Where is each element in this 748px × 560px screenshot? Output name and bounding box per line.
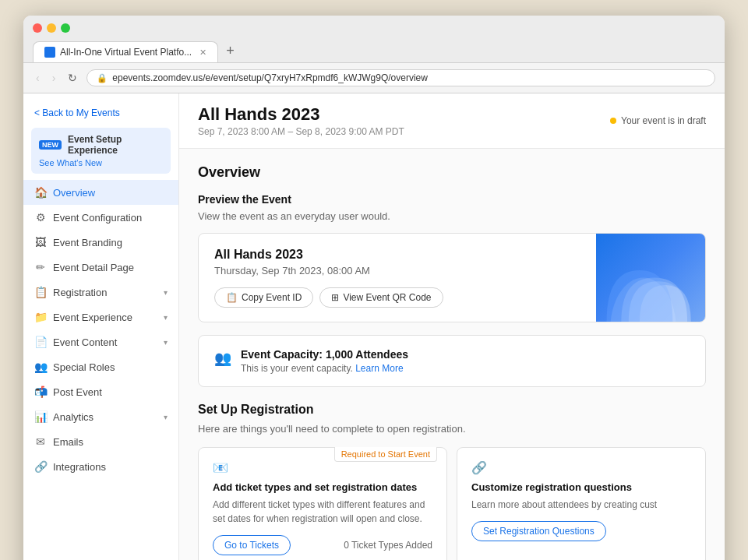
sidebar-item-event-detail-page[interactable]: ✏ Event Detail Page — [23, 255, 178, 280]
minimize-button[interactable] — [47, 23, 56, 33]
overview-title: Overview — [198, 164, 706, 181]
close-button[interactable] — [33, 23, 42, 33]
tab-close-button[interactable]: ✕ — [199, 48, 206, 58]
nav-icon-analytics: 📊 — [34, 410, 47, 423]
nav-label-event-content: Event Content — [53, 336, 117, 348]
sidebar-item-special-roles[interactable]: 👥 Special Roles — [23, 354, 178, 379]
chevron-icon: ▾ — [164, 338, 168, 347]
sidebar-item-emails[interactable]: ✉ Emails — [23, 429, 178, 454]
see-whats-new-link[interactable]: See What's New — [39, 158, 163, 167]
learn-more-link[interactable]: Learn More — [355, 363, 403, 374]
copy-event-id-button[interactable]: 📋 Copy Event ID — [214, 287, 313, 308]
maximize-button[interactable] — [61, 23, 70, 33]
sidebar-item-event-branding[interactable]: 🖼 Event Branding — [23, 230, 178, 255]
preview-actions: 📋 Copy Event ID ⊞ View Event QR Code — [214, 287, 580, 308]
page-title: All Hands 2023 — [198, 104, 404, 125]
capacity-info: Event Capacity: 1,000 Attendees This is … — [241, 348, 408, 374]
address-bar: ‹ › ↻ 🔒 epevents.zoomdev.us/e/event/setu… — [23, 63, 725, 93]
nav-label-special-roles: Special Roles — [53, 361, 115, 373]
reg-questions-title: Customize registration questions — [471, 481, 691, 493]
nav-label-overview: Overview — [53, 187, 95, 199]
nav-icon-event-branding: 🖼 — [34, 236, 47, 248]
sidebar-item-event-experience[interactable]: 📁 Event Experience ▾ — [23, 305, 178, 329]
sidebar-item-post-event[interactable]: 📬 Post Event — [23, 379, 178, 404]
tab-bar: All-In-One Virtual Event Platfo... ✕ + — [33, 39, 715, 62]
preview-section-title: Preview the Event — [198, 193, 291, 206]
ticket-count: 0 Ticket Types Added — [344, 540, 432, 551]
back-nav-button[interactable]: ‹ — [33, 70, 43, 86]
preview-card-image — [596, 234, 705, 322]
copy-event-id-label: Copy Event ID — [242, 292, 302, 303]
nav-label-event-branding: Event Branding — [53, 237, 122, 248]
registration-header: Set Up Registration — [198, 403, 706, 417]
preview-card: All Hands 2023 Thursday, Sep 7th 2023, 0… — [198, 233, 706, 322]
url-bar[interactable]: 🔒 epevents.zoomdev.us/e/event/setup/Q7xr… — [86, 69, 715, 86]
nav-icon-event-experience: 📁 — [34, 311, 47, 323]
view-qr-code-button[interactable]: ⊞ View Event QR Code — [319, 287, 443, 308]
back-to-events-link[interactable]: < Back to My Events — [23, 103, 178, 128]
preview-event-name: All Hands 2023 — [214, 248, 580, 262]
app-layout: < Back to My Events NEW Event Setup Expe… — [23, 93, 725, 560]
qr-icon: ⊞ — [331, 292, 339, 303]
tickets-icon: 📧 — [213, 460, 432, 475]
tab-favicon — [44, 47, 55, 58]
nav-icon-event-content: 📄 — [34, 336, 47, 348]
nav-icon-registration: 📋 — [34, 286, 47, 298]
sidebar-item-registration[interactable]: 📋 Registration ▾ — [23, 280, 178, 305]
arch-decoration — [596, 234, 705, 322]
sidebar-item-integrations[interactable]: 🔗 Integrations — [23, 454, 178, 479]
page-subtitle: Sep 7, 2023 8:00 AM – Sep 8, 2023 9:00 A… — [198, 126, 404, 137]
sidebar-item-overview[interactable]: 🏠 Overview — [23, 180, 178, 205]
capacity-desc: This is your event capacity. — [241, 363, 353, 374]
tickets-card: Required to Start Event 📧 Add ticket typ… — [198, 447, 447, 560]
preview-section: Preview the Event View the event as an e… — [198, 193, 706, 322]
registration-section: Set Up Registration Here are things you'… — [198, 403, 706, 560]
chevron-icon: ▾ — [164, 288, 168, 297]
draft-dot-icon — [610, 118, 616, 124]
tickets-card-text: Add different ticket types with differen… — [213, 498, 432, 526]
copy-icon: 📋 — [226, 292, 238, 303]
active-tab[interactable]: All-In-One Virtual Event Platfo... ✕ — [33, 41, 218, 62]
reg-questions-text: Learn more about attendees by creating c… — [471, 498, 691, 512]
url-text: epevents.zoomdev.us/e/event/setup/Q7xryH… — [112, 72, 428, 83]
set-reg-questions-button[interactable]: Set Registration Questions — [471, 521, 606, 541]
nav-icon-overview: 🏠 — [34, 186, 47, 199]
browser-chrome: All-In-One Virtual Event Platfo... ✕ + — [23, 16, 725, 63]
people-icon: 👥 — [214, 350, 231, 367]
reload-button[interactable]: ↻ — [65, 70, 80, 86]
draft-status-text: Your event is in draft — [621, 115, 706, 126]
sidebar-item-event-configuration[interactable]: ⚙ Event Configuration — [23, 205, 178, 230]
traffic-lights — [33, 23, 715, 33]
nav-icon-integrations: 🔗 — [34, 460, 47, 473]
chevron-icon: ▾ — [164, 313, 168, 322]
page-header: All Hands 2023 Sep 7, 2023 8:00 AM – Sep… — [179, 93, 725, 149]
sidebar-item-analytics[interactable]: 📊 Analytics ▾ — [23, 404, 178, 429]
forward-nav-button[interactable]: › — [49, 70, 59, 86]
preview-section-desc: View the event as an everyday user would… — [198, 210, 706, 222]
tickets-card-footer: Go to Tickets 0 Ticket Types Added — [213, 535, 432, 555]
required-tag: Required to Start Event — [334, 447, 437, 462]
registration-subtitle: Here are things you'll need to complete … — [198, 423, 706, 435]
chevron-icon: ▾ — [164, 413, 168, 421]
nav-icon-event-detail-page: ✏ — [34, 261, 47, 273]
go-to-tickets-button[interactable]: Go to Tickets — [213, 535, 291, 555]
registration-title: Set Up Registration — [198, 403, 706, 417]
nav-label-registration: Registration — [53, 287, 107, 298]
header-info: All Hands 2023 Sep 7, 2023 8:00 AM – Sep… — [198, 104, 404, 137]
nav-label-event-configuration: Event Configuration — [53, 212, 142, 224]
nav-icon-post-event: 📬 — [34, 386, 47, 398]
sidebar: < Back to My Events NEW Event Setup Expe… — [23, 93, 179, 560]
tab-title: All-In-One Virtual Event Platfo... — [60, 47, 192, 58]
new-tab-button[interactable]: + — [218, 39, 242, 62]
main-content: All Hands 2023 Sep 7, 2023 8:00 AM – Sep… — [179, 93, 725, 560]
reg-questions-card: 🔗 Customize registration questions Learn… — [457, 447, 706, 560]
reg-questions-footer: Set Registration Questions — [471, 521, 691, 541]
sidebar-item-event-content[interactable]: 📄 Event Content ▾ — [23, 329, 178, 354]
security-icon: 🔒 — [97, 73, 108, 83]
preview-card-content: All Hands 2023 Thursday, Sep 7th 2023, 0… — [199, 234, 596, 322]
nav-icon-event-configuration: ⚙ — [34, 211, 47, 224]
setup-badge-title: Event Setup Experience — [68, 134, 163, 156]
draft-status: Your event is in draft — [610, 115, 706, 126]
browser-window: All-In-One Virtual Event Platfo... ✕ + ‹… — [23, 16, 725, 560]
nav-label-analytics: Analytics — [53, 411, 94, 423]
